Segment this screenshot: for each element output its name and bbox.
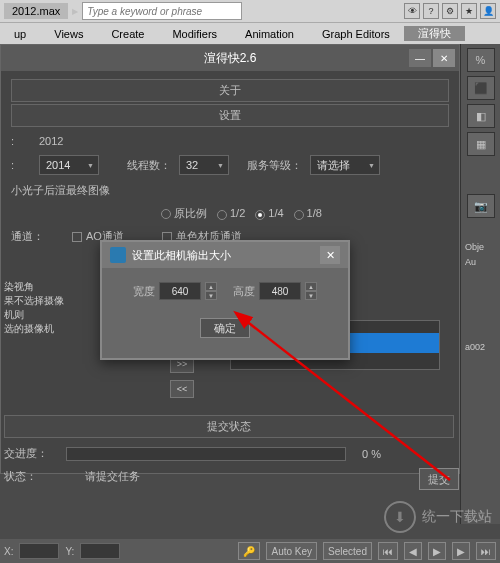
radio-eighth[interactable] bbox=[294, 210, 304, 220]
radio-half[interactable] bbox=[217, 210, 227, 220]
obj-au[interactable]: Au bbox=[462, 255, 500, 270]
ao-checkbox[interactable] bbox=[72, 232, 82, 242]
output-size-modal: 设置此相机输出大小 ✕ 宽度 640 ▲ ▼ 高度 480 ▲ ▼ 确定 bbox=[100, 240, 350, 360]
height-down-icon[interactable]: ▼ bbox=[305, 291, 317, 300]
height-label: 高度 bbox=[233, 284, 255, 299]
app-icon bbox=[110, 247, 126, 263]
watermark-text: 统一下载站 bbox=[422, 508, 492, 526]
status-bar: X: Y: 🔑 Auto Key Selected ⏮ ◀ ▶ ▶ ⏭ bbox=[0, 539, 500, 563]
progress-pct: 0 % bbox=[362, 448, 381, 460]
play-next-icon[interactable]: ▶ bbox=[452, 542, 470, 560]
tool1-icon[interactable]: ⬛ bbox=[467, 76, 495, 100]
colon-label: : bbox=[11, 159, 31, 171]
width-label: 宽度 bbox=[133, 284, 155, 299]
modal-title: 设置此相机输出大小 bbox=[132, 248, 231, 263]
play-end-icon[interactable]: ⏭ bbox=[476, 542, 496, 560]
channel-label: 通道： bbox=[11, 229, 44, 244]
autokey-button[interactable]: Auto Key bbox=[266, 542, 317, 560]
modal-title-bar: 设置此相机输出大小 ✕ bbox=[102, 242, 348, 268]
x-input[interactable] bbox=[19, 543, 59, 559]
nocam-label: 果不选择摄像机则 bbox=[4, 294, 64, 322]
view-label: 染视角 bbox=[4, 280, 64, 294]
menu-create[interactable]: Create bbox=[97, 28, 158, 40]
y-input[interactable] bbox=[80, 543, 120, 559]
pct-icon[interactable]: % bbox=[467, 48, 495, 72]
service-select[interactable]: 请选择 bbox=[310, 155, 380, 175]
status-label: 状态： bbox=[4, 469, 37, 484]
play-prev-icon[interactable]: ◀ bbox=[404, 542, 422, 560]
watermark: ⬇ 统一下载站 bbox=[384, 501, 492, 533]
modal-close-button[interactable]: ✕ bbox=[320, 246, 340, 264]
progress-bar bbox=[66, 447, 346, 461]
close-button[interactable]: ✕ bbox=[433, 49, 455, 67]
menu-bar: up Views Create Modifiers Animation Grap… bbox=[0, 22, 500, 44]
user-icon[interactable]: 👤 bbox=[480, 3, 496, 19]
width-up-icon[interactable]: ▲ bbox=[205, 282, 217, 291]
width-down-icon[interactable]: ▼ bbox=[205, 291, 217, 300]
camera-labels: 染视角 果不选择摄像机则 选的摄像机 bbox=[4, 280, 64, 336]
menu-plugin[interactable]: 渲得快 bbox=[404, 26, 465, 41]
watermark-logo-icon: ⬇ bbox=[384, 501, 416, 533]
about-header: 关于 bbox=[11, 79, 449, 102]
settings-header: 设置 bbox=[11, 104, 449, 127]
menu-modifiers[interactable]: Modifiers bbox=[158, 28, 231, 40]
object-list: Obje Au a002 bbox=[462, 240, 500, 355]
status-value: 请提交任务 bbox=[85, 469, 140, 484]
binoculars-icon[interactable]: 👁 bbox=[404, 3, 420, 19]
menu-animation[interactable]: Animation bbox=[231, 28, 308, 40]
height-input[interactable]: 480 bbox=[259, 282, 301, 300]
tool-icon[interactable]: ⚙ bbox=[442, 3, 458, 19]
version-select[interactable]: 2014 bbox=[39, 155, 99, 175]
render-note: 小光子后渲最终图像 bbox=[11, 183, 110, 198]
search-input[interactable] bbox=[82, 2, 242, 20]
help-icon[interactable]: ? bbox=[423, 3, 439, 19]
tool3-icon[interactable]: ▦ bbox=[467, 132, 495, 156]
key-icon[interactable]: 🔑 bbox=[238, 542, 260, 560]
submit-section: 提交状态 交进度： 0 % 状态： 请提交任务 提交 bbox=[4, 415, 454, 492]
scroll-prev-button[interactable]: << bbox=[170, 380, 194, 398]
selected-dropdown[interactable]: Selected bbox=[323, 542, 372, 560]
progress-label: 交进度： bbox=[4, 446, 48, 461]
dropdown-icon[interactable]: ▶ bbox=[72, 7, 78, 16]
obj-header: Obje bbox=[462, 240, 500, 255]
width-input[interactable]: 640 bbox=[159, 282, 201, 300]
dialog-title-bar: 渲得快2.6 — ✕ bbox=[1, 45, 459, 71]
menu-graph-editors[interactable]: Graph Editors bbox=[308, 28, 404, 40]
height-up-icon[interactable]: ▲ bbox=[305, 282, 317, 291]
camera-icon[interactable]: 📷 bbox=[467, 194, 495, 218]
play-icon[interactable]: ▶ bbox=[428, 542, 446, 560]
file-tab[interactable]: 2012.max bbox=[4, 3, 68, 19]
ok-button[interactable]: 确定 bbox=[200, 318, 250, 338]
tool2-icon[interactable]: ◧ bbox=[467, 104, 495, 128]
play-start-icon[interactable]: ⏮ bbox=[378, 542, 398, 560]
x-label: X: bbox=[4, 546, 13, 557]
submit-header: 提交状态 bbox=[4, 415, 454, 438]
minimize-button[interactable]: — bbox=[409, 49, 431, 67]
radio-original[interactable] bbox=[161, 209, 171, 219]
menu-up[interactable]: up bbox=[0, 28, 40, 40]
y-label: Y: bbox=[65, 546, 74, 557]
obj-item[interactable]: a002 bbox=[462, 340, 500, 355]
radio-quarter[interactable] bbox=[255, 210, 265, 220]
year-value: 2012 bbox=[39, 135, 63, 147]
menu-views[interactable]: Views bbox=[40, 28, 97, 40]
dialog-title: 渲得快2.6 bbox=[204, 50, 257, 67]
ratio-radio-group: 原比例 1/2 1/4 1/8 bbox=[161, 206, 322, 221]
service-label: 服务等级： bbox=[247, 158, 302, 173]
year-label: : bbox=[11, 135, 31, 147]
submit-button[interactable]: 提交 bbox=[419, 468, 459, 490]
title-bar: 2012.max ▶ 👁 ? ⚙ ★ 👤 bbox=[0, 0, 500, 22]
threads-select[interactable]: 32 bbox=[179, 155, 229, 175]
threads-label: 线程数： bbox=[127, 158, 171, 173]
star-icon[interactable]: ★ bbox=[461, 3, 477, 19]
selcam-label: 选的摄像机 bbox=[4, 322, 64, 336]
